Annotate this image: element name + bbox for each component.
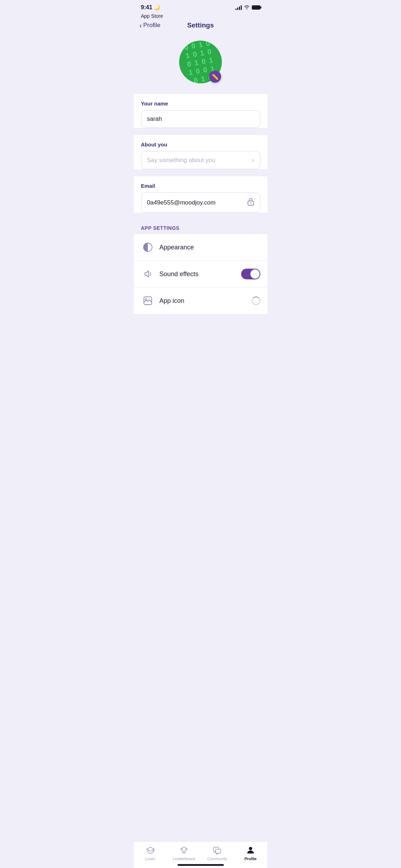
status-icons xyxy=(235,5,260,10)
nav-bar: ‹ Profile Settings xyxy=(134,19,267,33)
loading-spinner-icon xyxy=(252,296,260,305)
svg-point-4 xyxy=(145,299,147,300)
svg-point-1 xyxy=(250,202,251,203)
about-you-input-wrapper[interactable]: › xyxy=(141,151,260,169)
email-label: Email xyxy=(141,183,260,189)
app-icon-item[interactable]: App icon xyxy=(134,288,267,314)
email-value: 0a49e555@moodjoy.com xyxy=(147,199,247,206)
toggle-knob xyxy=(250,269,260,279)
about-you-input[interactable] xyxy=(147,157,252,164)
battery-icon xyxy=(252,5,260,10)
app-settings-header: App Settings xyxy=(134,220,267,234)
appearance-icon xyxy=(141,241,155,254)
back-chevron-icon: ‹ xyxy=(140,21,142,30)
your-name-input-wrapper[interactable] xyxy=(141,110,260,128)
signal-icon xyxy=(235,5,242,10)
app-icon-label: App icon xyxy=(160,297,252,305)
email-input-wrapper: 0a49e555@moodjoy.com xyxy=(141,192,260,213)
pencil-icon: ✏️ xyxy=(212,73,219,80)
avatar-wrapper: 0 0 1 01 0 1 00 1 0 11 0 0 10 1 0 ✏️ xyxy=(179,41,222,83)
settings-list: Appearance Sound effects xyxy=(134,234,267,314)
about-you-label: About you xyxy=(141,141,260,148)
appearance-item[interactable]: Appearance xyxy=(134,234,267,261)
page-title: Settings xyxy=(187,21,214,29)
lock-icon xyxy=(247,198,254,207)
your-name-label: Your name xyxy=(141,100,260,107)
avatar-edit-button[interactable]: ✏️ xyxy=(209,71,221,83)
your-name-group: Your name xyxy=(134,94,267,128)
back-button[interactable]: ‹ Profile xyxy=(140,21,161,30)
app-settings-label: App Settings xyxy=(141,225,179,231)
sound-effects-toggle[interactable] xyxy=(241,269,260,279)
about-you-group: About you › xyxy=(134,135,267,169)
chevron-right-icon: › xyxy=(252,156,254,164)
moon-icon: 🌙 xyxy=(154,5,160,10)
avatar-section: 0 0 1 01 0 1 00 1 0 11 0 0 10 1 0 ✏️ xyxy=(134,33,267,94)
email-group: Email 0a49e555@moodjoy.com xyxy=(134,176,267,213)
app-store-bar: App Store xyxy=(134,12,267,19)
sound-icon xyxy=(141,267,155,281)
back-label: Profile xyxy=(143,22,160,29)
sound-effects-label: Sound effects xyxy=(160,270,241,278)
sound-effects-item[interactable]: Sound effects xyxy=(134,261,267,288)
your-name-input[interactable] xyxy=(147,115,254,123)
appearance-label: Appearance xyxy=(160,244,260,251)
app-icon-icon xyxy=(141,294,155,308)
status-time: 9:41 xyxy=(141,4,152,11)
status-bar: 9:41 🌙 xyxy=(134,0,267,12)
app-store-label: App Store xyxy=(141,13,163,19)
wifi-icon xyxy=(244,5,250,10)
